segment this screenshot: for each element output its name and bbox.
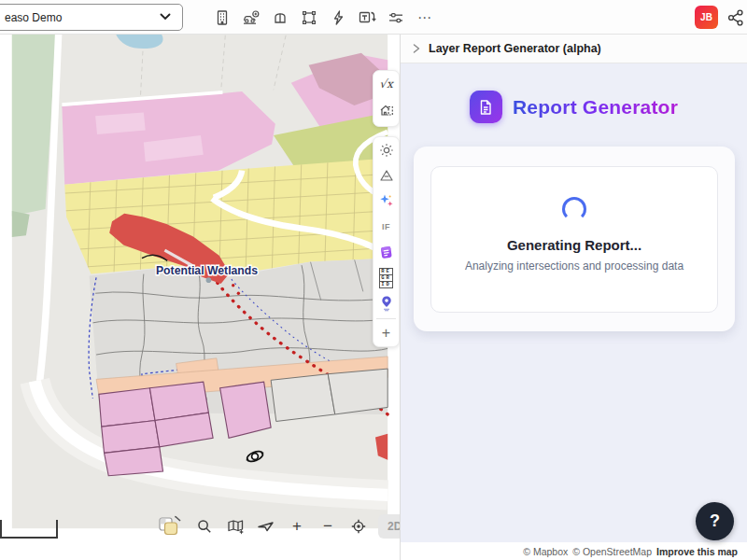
help-label: ? [710,511,720,531]
map-bottom-controls: + − 2D 3D [155,512,441,540]
map-settings-icon [226,517,246,536]
zoom-out-label: − [323,517,332,536]
help-button[interactable]: ? [696,502,734,540]
map-search-button[interactable] [193,515,216,538]
orbit-cursor-icon [243,444,267,469]
share-button[interactable] [725,7,747,29]
share-icon [726,7,746,28]
top-toolbar: easo Demo [0,0,747,35]
loading-title: Generating Report... [507,237,641,253]
report-panel: Layer Report Generator (alpha) Report Ge… [400,35,747,560]
loading-spinner-icon [562,197,586,221]
map-canvas[interactable]: Potential Wetlands [0,34,400,560]
ai-sparkles-button[interactable] [373,189,400,214]
more-options-label: ⋯ [417,9,432,26]
loading-card: Generating Report... Analyzing intersect… [430,166,718,313]
basemap-switcher-button[interactable] [155,515,185,538]
map-tools-card-top: √x [373,70,400,127]
more-options-button[interactable]: ⋯ [414,7,436,29]
location-pin-button[interactable] [373,290,400,315]
formula-icon: √x [379,77,392,91]
ai-sparkles-icon [378,192,395,209]
panel-header: Layer Report Generator (alpha) [401,35,747,63]
search-icon [195,517,214,536]
extrusion-tool-button[interactable] [269,7,291,29]
project-dropdown[interactable]: easo Demo [0,4,183,31]
improve-map-link[interactable]: Improve this map [656,546,738,557]
sun-icon [378,142,395,159]
bolt-icon [330,8,346,27]
attribution-bar: © Mapbox © OpenStreetMap Improve this ma… [401,542,747,560]
compass-bearing-button[interactable] [255,515,277,538]
avatar-initials: JB [700,12,712,22]
app-window: Potential Wetlands easo Demo [0,0,747,560]
terrain-button[interactable] [373,162,400,188]
map-tools-card-main: IF RE GR ID + [373,136,400,347]
panel-header-title: Layer Report Generator (alpha) [429,42,601,55]
layers-adjust-icon [387,8,405,27]
layers-adjust-tool-button[interactable] [385,7,407,29]
formula-tool-button[interactable]: √x [373,71,400,97]
map-scale-bar [0,520,58,539]
zoom-in-label: + [292,517,302,536]
polygon-select-tool-button[interactable] [298,7,320,29]
osm-attribution-link[interactable]: © OpenStreetMap [572,546,652,557]
locate-button[interactable] [347,515,370,538]
regrid-button[interactable]: RE GR ID [373,265,400,290]
red-dot [237,292,240,295]
terrain-icon [378,167,395,184]
chevron-down-icon [160,13,171,21]
zoom-out-button[interactable]: − [317,515,339,538]
regrid-icon: RE GR ID [379,268,393,288]
building-sketch-tool-button[interactable] [373,97,400,123]
location-pin-icon [378,294,395,313]
toolbar-divider [376,318,396,319]
loading-subtitle: Analyzing intersections and processing d… [465,259,684,273]
report-doc-badge [470,91,502,123]
text-annotation-tool-button[interactable] [356,7,378,29]
gray-dot [206,277,212,283]
building-icon [213,8,232,27]
vehicle-add-icon [241,8,261,27]
red-dot [232,284,234,287]
sun-style-button[interactable] [373,137,400,162]
purple-notes-button[interactable] [373,240,400,265]
vehicle-add-tool-button[interactable] [240,7,262,29]
mapbox-attribution-link[interactable]: © Mapbox [523,546,568,557]
panel-title-row: Report Generator [401,91,747,123]
project-dropdown-value: easo Demo [5,11,62,24]
collapse-chevron-icon[interactable] [412,43,421,54]
purple-notes-icon [377,244,395,261]
if-rule-icon: IF [382,222,390,231]
extrusion-3d-icon [271,8,289,27]
building-tool-button[interactable] [211,7,233,29]
if-rule-button[interactable]: IF [373,214,400,239]
regrid-row: ID [380,282,392,287]
user-avatar[interactable]: JB [695,6,718,29]
panel-title: Report Generator [513,96,678,119]
add-layer-button[interactable]: + [373,321,400,346]
polygon-select-icon [300,8,318,27]
report-card: Generating Report... Analyzing intersect… [414,147,735,331]
document-icon [477,99,494,116]
wetlands-map-label: Potential Wetlands [156,265,258,278]
plus-icon: + [382,325,390,342]
map-settings-button[interactable] [224,515,247,538]
text-annotation-icon [357,8,377,27]
building-sketch-icon [377,101,396,119]
bolt-tool-button[interactable] [327,7,349,29]
compass-bearing-icon [256,518,276,535]
basemap-switcher-icon [156,514,184,539]
locate-icon [349,517,368,536]
zoom-in-button[interactable]: + [286,515,308,538]
